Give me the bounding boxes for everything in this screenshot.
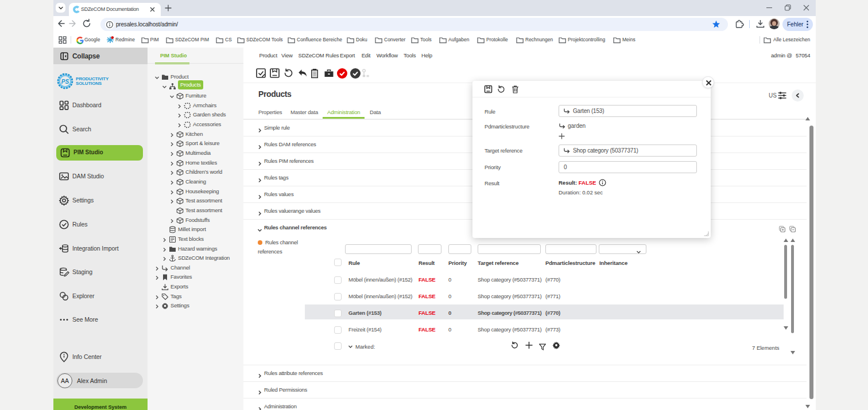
svg-text:PS: PS: [61, 79, 69, 85]
